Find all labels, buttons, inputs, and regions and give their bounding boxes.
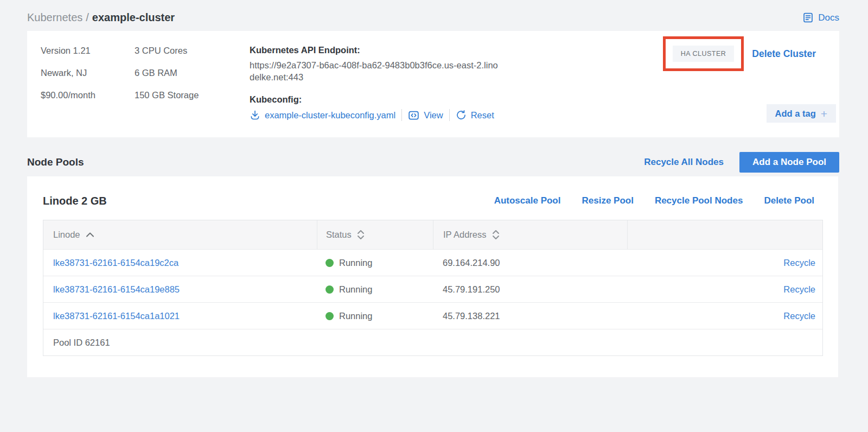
download-icon — [250, 110, 260, 120]
docs-icon — [802, 12, 814, 23]
column-header-actions — [627, 220, 822, 249]
pool-id-footer: Pool ID 62161 — [43, 329, 822, 355]
breadcrumb-separator: / — [86, 11, 89, 23]
kubeconfig-actions: example-cluster-kubeconfig.yaml View — [250, 109, 502, 121]
status-column-label: Status — [326, 230, 352, 240]
pool-header: Linode 2 GB Autoscale Pool Resize Pool R… — [43, 193, 814, 209]
pool-name: Linode 2 GB — [43, 195, 107, 207]
status-label: Running — [339, 284, 372, 295]
node-pools-section-header: Node Pools Recycle All Nodes Add a Node … — [27, 152, 839, 173]
add-tag-button[interactable]: Add a tag + — [767, 104, 836, 123]
cluster-region: Newark, NJ — [41, 66, 95, 79]
delete-cluster-button[interactable]: Delete Cluster — [752, 48, 816, 60]
recycle-node-button[interactable]: Recycle — [783, 258, 815, 268]
column-header-linode[interactable]: Linode — [43, 220, 317, 249]
node-link[interactable]: lke38731-62161-6154ca1a1021 — [53, 311, 180, 321]
api-endpoint-label: Kubernetes API Endpoint: — [250, 44, 502, 56]
kubeconfig-download-link[interactable]: example-cluster-kubeconfig.yaml — [250, 110, 395, 120]
reset-icon — [456, 110, 467, 120]
delete-pool-button[interactable]: Delete Pool — [764, 195, 814, 206]
node-pool-card: Linode 2 GB Autoscale Pool Resize Pool R… — [27, 176, 838, 377]
kubeconfig-file-name: example-cluster-kubeconfig.yaml — [265, 110, 395, 120]
table-row: lke38731-62161-6154ca19c2ca Running 69.1… — [43, 249, 822, 276]
table-row: lke38731-62161-6154ca1a1021 Running 45.7… — [43, 302, 822, 329]
table-header-row: Linode Status — [43, 220, 822, 249]
breadcrumb-cluster-name: example-cluster — [92, 11, 175, 23]
cluster-cpu: 3 CPU Cores — [135, 44, 199, 57]
pool-id-label: Pool ID 62161 — [53, 338, 110, 348]
node-ip: 45.79.138.221 — [433, 311, 627, 321]
kubernetes-cluster-detail-page: Kubernetes/example-cluster Docs Version … — [0, 0, 868, 432]
plus-icon: + — [821, 108, 827, 119]
pool-actions: Autoscale Pool Resize Pool Recycle Pool … — [494, 195, 814, 206]
sort-both-icon — [357, 230, 365, 240]
status-running-dot — [326, 259, 334, 267]
reset-label: Reset — [471, 110, 494, 120]
code-view-icon — [408, 110, 419, 121]
annotation-highlight-box: HA CLUSTER — [663, 36, 744, 71]
column-header-ip-address[interactable]: IP Address — [433, 220, 627, 249]
add-node-pool-button[interactable]: Add a Node Pool — [739, 152, 839, 173]
docs-label: Docs — [818, 12, 839, 23]
cluster-ram: 6 GB RAM — [135, 66, 199, 79]
docs-link[interactable]: Docs — [802, 12, 839, 23]
divider — [401, 109, 402, 121]
cluster-version: Version 1.21 — [41, 44, 95, 57]
api-endpoint-url: https://9e2a7307-b6ac-408f-ba62-9483b0b3… — [250, 59, 502, 83]
recycle-all-nodes-button[interactable]: Recycle All Nodes — [644, 157, 724, 168]
table-row: lke38731-62161-6154ca19e885 Running 45.7… — [43, 276, 822, 302]
node-table: Linode Status — [43, 220, 823, 356]
node-link[interactable]: lke38731-62161-6154ca19c2ca — [53, 258, 178, 268]
cluster-storage: 150 GB Storage — [135, 88, 199, 101]
breadcrumb-kubernetes-link[interactable]: Kubernetes — [27, 11, 82, 23]
kubeconfig-reset-link[interactable]: Reset — [456, 110, 494, 120]
ha-cluster-badge: HA CLUSTER — [673, 46, 735, 62]
status-running-dot — [326, 312, 334, 320]
recycle-pool-nodes-button[interactable]: Recycle Pool Nodes — [655, 195, 743, 206]
sort-both-icon — [492, 230, 500, 240]
status-running-dot — [326, 285, 334, 294]
add-tag-label: Add a tag — [775, 109, 816, 119]
node-pools-title: Node Pools — [27, 156, 84, 168]
cluster-price: $90.00/month — [41, 88, 95, 101]
kubeconfig-view-link[interactable]: View — [408, 110, 443, 121]
sort-ascending-icon — [86, 232, 94, 237]
node-ip: 69.164.214.90 — [433, 258, 627, 268]
autoscale-pool-button[interactable]: Autoscale Pool — [494, 195, 561, 206]
spec-column-1: Version 1.21 Newark, NJ $90.00/month — [41, 44, 95, 111]
api-endpoint-block: Kubernetes API Endpoint: https://9e2a730… — [250, 44, 502, 121]
status-label: Running — [339, 311, 372, 321]
recycle-node-button[interactable]: Recycle — [783, 284, 815, 294]
linode-column-label: Linode — [53, 230, 80, 240]
divider — [449, 109, 450, 121]
status-label: Running — [339, 258, 372, 268]
node-ip: 45.79.191.250 — [433, 284, 627, 295]
column-header-status[interactable]: Status — [317, 220, 433, 249]
cluster-summary-card: Version 1.21 Newark, NJ $90.00/month 3 C… — [27, 31, 839, 137]
recycle-node-button[interactable]: Recycle — [783, 311, 815, 321]
cluster-actions: HA CLUSTER Delete Cluster — [663, 36, 816, 71]
spec-column-2: 3 CPU Cores 6 GB RAM 150 GB Storage — [135, 44, 199, 111]
resize-pool-button[interactable]: Resize Pool — [582, 195, 633, 206]
breadcrumb: Kubernetes/example-cluster — [27, 11, 175, 24]
node-link[interactable]: lke38731-62161-6154ca19e885 — [53, 284, 180, 294]
ip-address-column-label: IP Address — [443, 230, 487, 240]
kubeconfig-label: Kubeconfig: — [250, 93, 502, 105]
view-label: View — [424, 110, 443, 120]
